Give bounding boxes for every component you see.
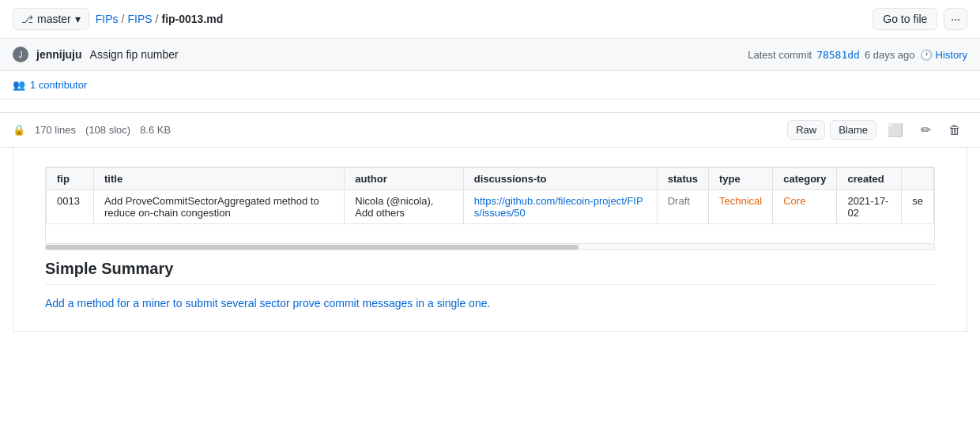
history-label: History (936, 49, 967, 61)
edit-icon[interactable]: ✏ (914, 119, 937, 141)
discussions-link[interactable]: https://github.com/filecoin-project/FIPs… (474, 195, 643, 219)
commit-message: Assign fip number (90, 48, 179, 61)
shield-icon: 🔒 (13, 124, 25, 136)
breadcrumb-current: fip-0013.md (161, 13, 223, 25)
file-lines: 170 lines (35, 124, 76, 136)
more-options-button[interactable]: ··· (944, 8, 967, 30)
cell-title: Add ProveCommitSectorAggregated method t… (94, 190, 345, 224)
cell-created: 2021-17-02 (837, 190, 902, 224)
col-header-fip: fip (47, 168, 94, 190)
horizontal-scrollbar[interactable] (45, 244, 935, 250)
file-sloc: (108 sloc) (85, 124, 130, 136)
blame-button[interactable]: Blame (830, 120, 876, 140)
branch-name: master (37, 13, 71, 25)
fip-table: fip title author discussions-to status t… (46, 167, 934, 224)
go-to-file-button[interactable]: Go to file (873, 8, 937, 30)
file-content: fip title author discussions-to status t… (13, 148, 967, 332)
breadcrumb-sep-1: / (122, 13, 125, 25)
commit-latest-label: Latest commit (748, 49, 812, 61)
type-value: Technical (719, 195, 762, 207)
col-header-extra (902, 168, 934, 190)
col-header-created: created (837, 168, 902, 190)
raw-button[interactable]: Raw (787, 120, 825, 140)
col-header-title: title (94, 168, 345, 190)
history-icon: 🕐 (920, 49, 933, 61)
file-size: 8.6 KB (140, 124, 171, 136)
col-header-author: author (345, 168, 464, 190)
author-text: Nicola (@nicola), Add others (355, 195, 433, 219)
top-bar-left: ⎇ master ▾ FIPs / FIPS / fip-0013.md (13, 8, 223, 30)
branch-icon: ⎇ (21, 13, 33, 25)
display-icon[interactable]: ⬜ (881, 119, 910, 141)
table-container[interactable]: fip title author discussions-to status t… (45, 167, 935, 244)
breadcrumb: FIPs / FIPS / fip-0013.md (96, 13, 224, 25)
history-link[interactable]: 🕐 History (920, 49, 967, 61)
simple-summary-text: Add a method for a miner to submit sever… (45, 295, 935, 312)
simple-summary-heading: Simple Summary (45, 260, 935, 285)
col-header-type: type (709, 168, 773, 190)
cell-type: Technical (709, 190, 773, 224)
col-header-category: category (773, 168, 837, 190)
file-info-right: Raw Blame ⬜ ✏ 🗑 (787, 119, 967, 141)
category-value: Core (783, 195, 805, 207)
cell-extra: se (902, 190, 934, 224)
breadcrumb-link-fips2[interactable]: FIPS (127, 13, 152, 25)
commit-time: 6 days ago (865, 49, 915, 61)
top-bar-right: Go to file ··· (873, 8, 967, 30)
contributors-count[interactable]: 1 contributor (30, 79, 87, 91)
delete-icon[interactable]: 🗑 (942, 120, 967, 141)
status-value: Draft (668, 195, 690, 207)
file-info-bar: 🔒 170 lines (108 sloc) 8.6 KB Raw Blame … (0, 112, 980, 148)
cell-author: Nicola (@nicola), Add others (345, 190, 464, 224)
title-text: Add ProveCommitSectorAggregated method t… (104, 195, 319, 219)
cell-discussions: https://github.com/filecoin-project/FIPs… (463, 190, 657, 224)
file-info-left: 🔒 170 lines (108 sloc) 8.6 KB (13, 124, 171, 136)
commit-bar-left: J jennijuju Assign fip number (13, 47, 179, 62)
scrollbar-thumb (46, 245, 579, 250)
cell-fip: 0013 (47, 190, 94, 224)
branch-chevron: ▾ (75, 13, 81, 25)
top-bar: ⎇ master ▾ FIPs / FIPS / fip-0013.md Go … (0, 0, 980, 39)
commit-hash-link[interactable]: 78581dd (816, 49, 860, 61)
table-header-row: fip title author discussions-to status t… (47, 168, 934, 190)
file-content-wrapper: fip title author discussions-to status t… (0, 148, 980, 332)
cell-status: Draft (657, 190, 708, 224)
contributors-icon: 👥 (13, 79, 25, 91)
col-header-discussions: discussions-to (463, 168, 657, 190)
commit-bar-right: Latest commit 78581dd 6 days ago 🕐 Histo… (748, 49, 967, 61)
contributors-bar: 👥 1 contributor (0, 71, 980, 99)
avatar: J (13, 47, 28, 62)
cell-category: Core (773, 190, 837, 224)
breadcrumb-sep-2: / (156, 13, 159, 25)
commit-author[interactable]: jennijuju (36, 48, 82, 61)
branch-selector[interactable]: ⎇ master ▾ (13, 8, 89, 30)
col-header-status: status (657, 168, 708, 190)
avatar-letter: J (19, 51, 23, 59)
table-row: 0013 Add ProveCommitSectorAggregated met… (47, 190, 934, 224)
breadcrumb-link-fips1[interactable]: FIPs (96, 13, 119, 25)
commit-bar: J jennijuju Assign fip number Latest com… (0, 39, 980, 71)
